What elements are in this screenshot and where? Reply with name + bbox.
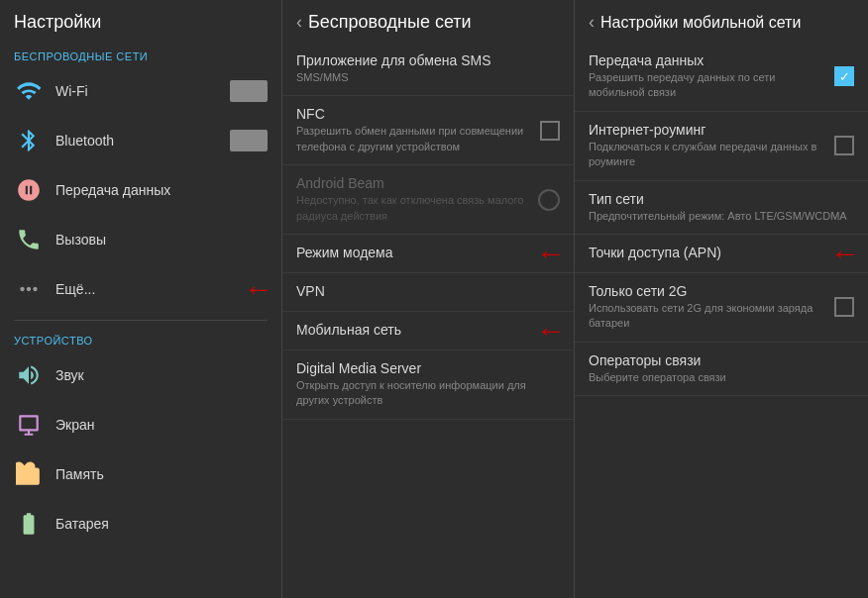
network-type-title: Тип сети	[589, 191, 854, 207]
battery-label: Батарея	[55, 516, 268, 532]
middle-panel: ‹ Беспроводные сети Приложение для обмен…	[282, 0, 575, 598]
wifi-icon	[14, 76, 44, 106]
wifi-toggle[interactable]	[230, 80, 268, 102]
sound-icon	[14, 360, 44, 390]
sidebar-item-memory[interactable]: Память	[0, 449, 281, 499]
network-type-subtitle: Предпочтительный режим: Авто LTE/GSM/WCD…	[589, 209, 854, 224]
sidebar-item-wifi[interactable]: Wi-Fi	[0, 66, 281, 116]
wifi-label: Wi-Fi	[55, 83, 230, 99]
data-transfer-checkbox[interactable]: ✓	[834, 66, 854, 86]
sound-label: Звук	[55, 367, 268, 383]
data-label: Передача данных	[55, 182, 268, 198]
androidbeam-title: Android Beam	[296, 175, 530, 191]
bluetooth-icon	[14, 126, 44, 155]
dms-title: Digital Media Server	[296, 360, 560, 376]
more-label: Ещё...	[55, 281, 268, 297]
dms-subtitle: Открыть доступ к носителю информации для…	[296, 378, 560, 409]
right-item-data-transfer[interactable]: Передача данных Разрешить передачу данны…	[575, 43, 868, 112]
right-item-roaming[interactable]: Интернет-роуминг Подключаться к службам …	[575, 112, 868, 181]
middle-item-androidbeam: Android Beam Недоступно, так как отключе…	[282, 165, 574, 235]
battery-icon	[14, 509, 44, 539]
right-item-network-type[interactable]: Тип сети Предпочтительный режим: Авто LT…	[575, 181, 868, 235]
right-item-2g[interactable]: Только сети 2G Использовать сети 2G для …	[575, 273, 868, 343]
middle-item-sms[interactable]: Приложение для обмена SMS SMS/MMS	[282, 43, 574, 96]
middle-panel-header: ‹ Беспроводные сети	[282, 0, 574, 43]
display-label: Экран	[55, 417, 268, 433]
nfc-checkbox[interactable]	[540, 121, 560, 141]
middle-item-mobile-network[interactable]: Мобильная сеть ←	[282, 312, 574, 350]
data-icon	[14, 175, 44, 205]
left-panel-header: Настройки	[0, 0, 281, 43]
middle-item-modem[interactable]: Режим модема ←	[282, 235, 574, 273]
androidbeam-checkbox	[538, 189, 560, 211]
operators-title: Операторы связи	[589, 352, 854, 368]
sidebar-item-more[interactable]: Ещё... ←	[0, 264, 281, 314]
data-transfer-subtitle: Разрешить передачу данных по сети мобиль…	[589, 70, 824, 101]
2g-title: Только сети 2G	[589, 283, 824, 299]
sidebar-item-bluetooth[interactable]: Bluetooth	[0, 116, 281, 165]
nfc-subtitle: Разрешить обмен данными при совмещении т…	[296, 124, 530, 154]
sms-subtitle: SMS/MMS	[296, 70, 560, 85]
sms-title: Приложение для обмена SMS	[296, 52, 560, 68]
roaming-subtitle: Подключаться к службам передачи данных в…	[589, 140, 824, 170]
androidbeam-subtitle: Недоступно, так как отключена связь мало…	[296, 193, 530, 224]
left-panel-title: Настройки	[14, 12, 101, 32]
middle-item-dms[interactable]: Digital Media Server Открыть доступ к но…	[282, 350, 574, 420]
bluetooth-toggle[interactable]	[230, 130, 268, 151]
nfc-title: NFC	[296, 106, 530, 122]
bluetooth-label: Bluetooth	[55, 133, 230, 149]
display-icon	[14, 410, 44, 440]
apn-red-arrow: ←	[830, 239, 860, 268]
sidebar-item-calls[interactable]: Вызовы	[0, 215, 281, 264]
modem-title: Режим модема	[296, 245, 560, 260]
right-back-arrow[interactable]: ‹	[589, 12, 595, 33]
calls-label: Вызовы	[55, 232, 268, 248]
right-panel: ‹ Настройки мобильной сети Передача данн…	[575, 0, 868, 598]
modem-red-arrow: ←	[536, 239, 566, 268]
sidebar-item-display[interactable]: Экран	[0, 400, 281, 449]
middle-panel-title: Беспроводные сети	[308, 12, 472, 33]
vpn-title: VPN	[296, 283, 560, 299]
calls-icon	[14, 225, 44, 254]
2g-subtitle: Использовать сети 2G для экономии заряда…	[589, 301, 824, 332]
operators-subtitle: Выберите оператора связи	[589, 370, 854, 385]
sidebar-item-battery[interactable]: Батарея	[0, 499, 281, 548]
right-panel-header: ‹ Настройки мобильной сети	[575, 0, 868, 43]
data-transfer-title: Передача данных	[589, 52, 824, 68]
device-section-label: УСТРОЙСТВО	[0, 327, 281, 350]
sidebar-item-sound[interactable]: Звук	[0, 350, 281, 400]
middle-item-nfc[interactable]: NFC Разрешить обмен данными при совмещен…	[282, 96, 574, 165]
memory-label: Память	[55, 466, 268, 482]
right-item-operators[interactable]: Операторы связи Выберите оператора связи	[575, 343, 868, 396]
left-panel: Настройки БЕСПРОВОДНЫЕ СЕТИ Wi-Fi Blueto…	[0, 0, 282, 598]
middle-back-arrow[interactable]: ‹	[296, 12, 302, 33]
memory-icon	[14, 459, 44, 489]
apn-title: Точки доступа (APN)	[589, 245, 854, 260]
sidebar-item-data[interactable]: Передача данных	[0, 165, 281, 215]
right-item-apn[interactable]: Точки доступа (APN) ←	[575, 235, 868, 273]
wireless-section-label: БЕСПРОВОДНЫЕ СЕТИ	[0, 43, 281, 66]
mobile-network-red-arrow: ←	[536, 316, 566, 346]
more-icon	[14, 274, 44, 304]
roaming-title: Интернет-роуминг	[589, 122, 824, 138]
middle-item-vpn[interactable]: VPN	[282, 273, 574, 312]
right-panel-title: Настройки мобильной сети	[600, 14, 801, 32]
2g-checkbox[interactable]	[834, 297, 854, 317]
mobile-network-title: Мобильная сеть	[296, 322, 560, 338]
roaming-checkbox[interactable]	[834, 136, 854, 155]
more-red-arrow: ←	[244, 274, 273, 304]
